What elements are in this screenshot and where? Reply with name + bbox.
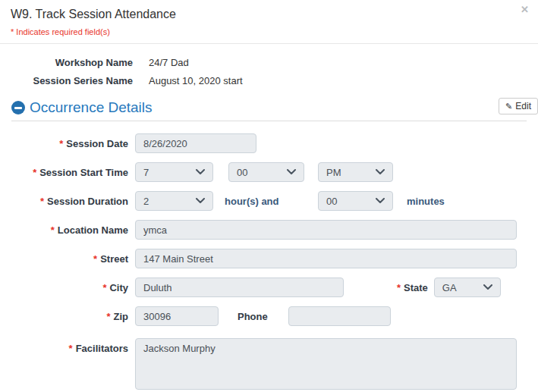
phone-input[interactable] xyxy=(288,306,391,326)
city-label: *City xyxy=(0,282,135,293)
session-duration-label: *Session Duration xyxy=(0,196,135,207)
zip-label: *Zip xyxy=(0,311,135,322)
zip-phone-row: *Zip Phone xyxy=(0,306,538,326)
workshop-name-row: Workshop Name 24/7 Dad xyxy=(0,54,538,72)
chevron-down-icon xyxy=(196,198,205,204)
workshop-name-label: Workshop Name xyxy=(0,54,133,72)
required-note: * Indicates required field(s) xyxy=(11,27,527,36)
collapse-minus-icon[interactable] xyxy=(11,101,25,114)
section-title: Occurrence Details xyxy=(30,99,153,116)
close-icon[interactable]: ✕ xyxy=(521,5,529,14)
state-select[interactable]: GA xyxy=(434,278,501,297)
session-duration-row: *Session Duration 2 hour(s) and 00 minut… xyxy=(0,191,538,211)
session-series-value: August 10, 2020 start xyxy=(149,72,243,90)
duration-minutes-value: 00 xyxy=(326,196,337,207)
chevron-down-icon xyxy=(376,169,385,175)
workshop-name-value: 24/7 Dad xyxy=(149,54,189,72)
state-label: *State xyxy=(397,282,428,293)
required-asterisk: * xyxy=(33,167,36,178)
facilitators-label: *Facilitators xyxy=(0,338,135,354)
state-value: GA xyxy=(442,282,457,293)
chevron-down-icon xyxy=(287,169,296,175)
start-minute-value: 00 xyxy=(237,167,247,178)
duration-hours-select[interactable]: 2 xyxy=(135,191,213,211)
phone-label: Phone xyxy=(238,311,268,322)
session-series-row: Session Series Name August 10, 2020 star… xyxy=(0,72,538,90)
start-ampm-value: PM xyxy=(326,167,341,178)
modal-header: W9. Track Session Attendance ✕ * Indicat… xyxy=(0,0,538,36)
required-asterisk: * xyxy=(93,253,97,265)
location-name-input[interactable] xyxy=(135,220,517,240)
city-input[interactable] xyxy=(135,278,344,297)
session-start-time-label: *Session Start Time xyxy=(0,167,135,178)
hours-suffix-text: hour(s) and xyxy=(225,196,279,207)
zip-input[interactable] xyxy=(135,306,219,326)
session-date-label: *Session Date xyxy=(0,138,135,149)
facilitators-row: *Facilitators Jackson Murphy xyxy=(0,338,538,390)
location-name-label: *Location Name xyxy=(0,224,135,236)
required-asterisk: * xyxy=(59,138,63,149)
page-title: W9. Track Session Attendance xyxy=(11,8,527,21)
session-date-row: *Session Date xyxy=(0,133,538,153)
required-asterisk: * xyxy=(51,224,55,236)
edit-button[interactable]: ✎ Edit xyxy=(499,98,538,114)
chevron-down-icon xyxy=(196,169,205,175)
location-name-row: *Location Name xyxy=(0,220,538,240)
pencil-icon: ✎ xyxy=(505,102,512,111)
edit-button-label: Edit xyxy=(515,101,531,111)
session-series-label: Session Series Name xyxy=(0,72,133,90)
chevron-down-icon xyxy=(483,284,492,290)
chevron-down-icon xyxy=(376,198,385,204)
duration-hours-value: 2 xyxy=(143,196,149,207)
street-row: *Street xyxy=(0,249,538,268)
start-minute-select[interactable]: 00 xyxy=(228,162,304,182)
session-date-input[interactable] xyxy=(135,133,256,153)
required-asterisk: * xyxy=(106,311,110,322)
occurrence-details-header: Occurrence Details ✎ Edit xyxy=(11,99,538,116)
section-divider xyxy=(11,121,527,121)
start-hour-select[interactable]: 7 xyxy=(135,162,213,182)
duration-minutes-select[interactable]: 00 xyxy=(318,191,393,211)
street-input[interactable] xyxy=(135,249,517,268)
header-divider xyxy=(0,43,538,44)
start-hour-value: 7 xyxy=(143,167,149,178)
session-start-time-row: *Session Start Time 7 00 PM xyxy=(0,162,538,182)
required-asterisk: * xyxy=(102,282,106,293)
city-state-row: *City *State GA xyxy=(0,278,538,297)
required-asterisk: * xyxy=(40,196,44,207)
required-asterisk: * xyxy=(397,282,401,293)
start-ampm-select[interactable]: PM xyxy=(318,162,393,182)
required-asterisk: * xyxy=(69,343,73,354)
session-info: Workshop Name 24/7 Dad Session Series Na… xyxy=(0,54,538,90)
street-label: *Street xyxy=(0,253,135,265)
occurrence-details-form: *Session Date *Session Start Time 7 00 P… xyxy=(0,133,538,390)
minutes-suffix-text: minutes xyxy=(407,196,445,207)
facilitators-textarea[interactable]: Jackson Murphy xyxy=(135,338,517,390)
